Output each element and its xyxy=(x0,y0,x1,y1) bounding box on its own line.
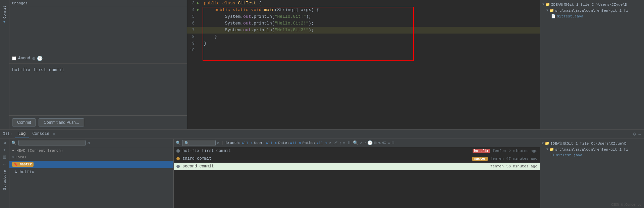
history-icon[interactable]: 🕐 xyxy=(367,140,373,146)
commit-message-text: hot-fix first commit xyxy=(12,66,184,73)
tree-arrow-src: ▼ xyxy=(546,9,548,12)
pause-icon[interactable]: ⏸ xyxy=(347,141,352,146)
commit-push-button[interactable]: Commit and Push... xyxy=(39,118,84,126)
align-icon[interactable]: ≡ xyxy=(388,141,390,146)
brt-item-root[interactable]: ▼ 📁 IDEA集成Git 1 file C:\Users\CZyue\D xyxy=(542,140,643,147)
gear-icon-bottom[interactable]: ⚙ xyxy=(633,131,636,137)
structure-label[interactable]: Structure xyxy=(2,169,7,191)
structure-tree: ▼ 📁 IDEA集成Git 1 file C:\Users\CZyue\D ▼ … xyxy=(540,0,644,20)
run-arrow-4[interactable]: ▶ xyxy=(197,7,203,13)
left-arrow-icon[interactable]: ← xyxy=(3,162,6,167)
log-search-input[interactable] xyxy=(182,140,216,146)
code-line-8: 8 } xyxy=(187,34,540,40)
tree-item-src[interactable]: ▼ 📁 src\main\java\com\fenfen\git 1 fi xyxy=(542,8,643,13)
branch-item-master[interactable]: 🔖 master xyxy=(9,161,173,168)
run-arrow-3[interactable]: ▶ xyxy=(197,0,203,7)
search-log-icon[interactable]: 🔍 xyxy=(353,140,358,146)
minus-icon-bottom[interactable]: — xyxy=(639,132,641,137)
java-file-icon: 🗒 xyxy=(551,153,555,157)
tree-item-root[interactable]: ▼ 📁 IDEA集成Git 1 file C:\Users\CZyue\D xyxy=(542,1,643,8)
log-dot-1 xyxy=(176,149,180,153)
code-line-9: 9 } xyxy=(187,40,540,47)
brt-item-src[interactable]: ▼ 📁 src\main\java\com\fenfen\git 1 fi xyxy=(542,147,643,152)
log-tag-master: master xyxy=(472,157,488,161)
more-icon[interactable]: » xyxy=(343,141,346,146)
code-lines: 3 ▶ public class GitTest { 4 ▶ public st… xyxy=(187,0,540,54)
log-dot-3 xyxy=(176,165,180,168)
tag-icon[interactable]: 🏷 xyxy=(382,141,386,146)
watermark: CSDN @:Concerto xyxy=(611,203,641,207)
merge-icon[interactable]: ↕ xyxy=(339,141,342,146)
log-search-icon: 🔍 xyxy=(176,141,181,146)
cherry-pick-icon[interactable]: ↗ xyxy=(360,140,362,146)
bottom-right-tree: ▼ 📁 IDEA集成Git 1 file C:\Users\CZyue\D ▼ … xyxy=(542,140,643,158)
diamond-icon: ◆ xyxy=(3,20,6,24)
branch-item-head[interactable]: ● HEAD (Current Branch) xyxy=(9,147,173,154)
tab-console[interactable]: Console ✕ xyxy=(29,130,58,138)
bottom-right-panel: ▼ 📁 IDEA集成Git 1 file C:\Users\CZyue\D ▼ … xyxy=(540,139,644,208)
refresh-icon[interactable]: ↺ xyxy=(329,140,331,146)
log-msg-1: hot-fix first commit xyxy=(182,149,470,153)
log-entry-3[interactable]: second commit fenfen 56 minutes ago xyxy=(174,163,540,170)
console-close-icon[interactable]: ✕ xyxy=(53,132,55,136)
code-line-7: 7 System.out.println("Hello,Git3!"); xyxy=(187,27,540,34)
log-toolbar: 🔍 ⚙ | Branch: All ⇅ User: All ⇅ Date: Al… xyxy=(174,139,540,147)
brt-item-gitfile[interactable]: 🗒 GitTest.java xyxy=(542,152,643,158)
commit-message-area: hot-fix first commit xyxy=(9,64,187,116)
branch-item-hotfix[interactable]: ↳ hotfix xyxy=(9,168,173,176)
code-line-5: 5 System.out.println("Hello,Git!"); xyxy=(187,13,540,20)
commit-button[interactable]: Commit xyxy=(12,118,36,126)
tree-item-gitfile[interactable]: 📄 GitTest.java xyxy=(542,13,643,19)
branch-icon[interactable]: ⎇ xyxy=(333,140,338,146)
log-time-2: 47 minutes ago xyxy=(506,157,537,161)
log-entry-2[interactable]: third commit master fenfen 47 minutes ag… xyxy=(174,155,540,163)
branch-list: ● HEAD (Current Branch) ▼ Local 🔖 master… xyxy=(9,147,173,176)
file-icon-gitfile: 📄 xyxy=(551,14,556,18)
commit-sidebar-tab[interactable]: ◆ Commit xyxy=(0,0,9,129)
branch-item-local[interactable]: ▼ Local xyxy=(9,154,173,161)
log-gear-icon[interactable]: ⚙ xyxy=(217,141,219,145)
bottom-content: ◀ + 🗑 ← Structure 🔍 ⚙ ● HEAD (Current Br… xyxy=(0,139,644,208)
editor-panel: 3 ▶ public class GitTest { 4 ▶ public st… xyxy=(187,0,540,129)
folder-icon-root: 📁 xyxy=(545,2,550,7)
amend-checkbox[interactable] xyxy=(12,56,16,60)
trash-icon[interactable]: 🗑 xyxy=(2,155,7,160)
log-tag-hotfix: hot-fix xyxy=(473,149,490,153)
revert-icon[interactable]: ↩ xyxy=(364,140,366,146)
amend-label: Amend xyxy=(18,56,30,61)
code-line-4: 4 ▶ public static void main(String[] arg… xyxy=(187,7,540,13)
tree-arrow-root: ▼ xyxy=(542,3,544,6)
git-tabs-bar: Git: Log Console ✕ ⚙ — xyxy=(0,129,644,139)
log-msg-3: second commit xyxy=(182,164,488,169)
changes-header: Changes xyxy=(9,0,187,7)
log-msg-2: third commit xyxy=(182,156,470,161)
git-tabs-icons: ⚙ — xyxy=(633,131,641,137)
filter-gear-icon[interactable]: ⚙ xyxy=(88,141,90,146)
log-filter-user: User: All ⇅ xyxy=(254,141,277,145)
gear-icon[interactable]: ⚙ xyxy=(32,56,35,61)
clock-icon[interactable]: 🕐 xyxy=(37,56,43,61)
plus-icon[interactable]: + xyxy=(3,148,6,153)
columns-icon[interactable]: ⊞ xyxy=(374,140,377,146)
commit-buttons: Commit Commit and Push... xyxy=(9,115,187,129)
log-author-2: fenfen xyxy=(490,157,504,161)
git-label: Git: xyxy=(3,132,12,137)
log-entry-1[interactable]: hot-fix first commit hot-fix fenfen 2 mi… xyxy=(174,147,540,155)
code-line-3: 3 ▶ public class GitTest { xyxy=(187,0,540,7)
tab-log[interactable]: Log xyxy=(15,130,29,138)
bottom-area: Git: Log Console ✕ ⚙ — ◀ + 🗑 ← Structure… xyxy=(0,129,644,208)
filter-icon[interactable]: ⚗ xyxy=(378,140,381,146)
align2-icon[interactable]: ⊟ xyxy=(392,140,394,146)
branch-search-input[interactable] xyxy=(18,140,86,146)
commit-tab-label[interactable]: ◆ Commit xyxy=(1,3,8,26)
log-entries: hot-fix first commit hot-fix fenfen 2 mi… xyxy=(174,147,540,170)
amend-row: Amend ⚙ 🕐 xyxy=(9,54,187,64)
branch-toolbar: 🔍 ⚙ xyxy=(9,139,173,147)
structure-panel: ▼ 📁 IDEA集成Git 1 file C:\Users\CZyue\D ▼ … xyxy=(540,0,644,129)
log-panel: 🔍 ⚙ | Branch: All ⇅ User: All ⇅ Date: Al… xyxy=(174,139,540,208)
branch-panel: 🔍 ⚙ ● HEAD (Current Branch) ▼ Local 🔖 ma… xyxy=(9,139,174,208)
back-arrow-icon[interactable]: ◀ xyxy=(3,140,6,146)
code-area: 3 ▶ public class GitTest { 4 ▶ public st… xyxy=(187,0,540,129)
code-line-10: 10 xyxy=(187,47,540,54)
master-tag: 🔖 master xyxy=(12,162,34,167)
